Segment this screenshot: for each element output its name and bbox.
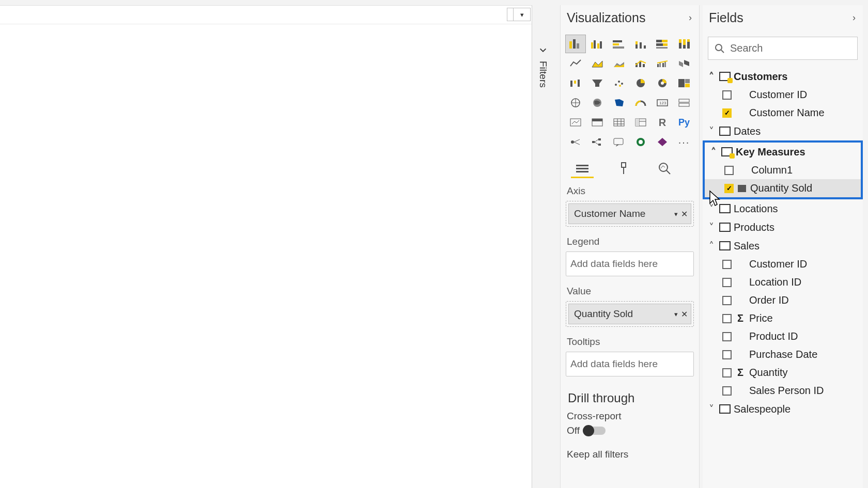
canvas-dropdown[interactable]: ▾ (513, 8, 531, 21)
field-sales-purchase-date[interactable]: Purchase Date (703, 345, 863, 364)
chevron-down-icon[interactable]: ▾ (674, 310, 678, 318)
checkbox-icon[interactable] (722, 260, 732, 269)
chevron-right-icon[interactable]: › (689, 12, 692, 23)
viz-card-icon[interactable]: 123 (652, 93, 673, 112)
viz-clustered-bar-icon[interactable] (587, 35, 608, 53)
filters-collapsed-pane[interactable]: Filters (534, 37, 552, 161)
field-sales-price[interactable]: ΣPrice (703, 309, 863, 327)
viz-stacked-column-icon[interactable] (609, 35, 629, 53)
checkbox-icon[interactable] (724, 166, 734, 175)
table-dates[interactable]: ˅ Dates (703, 122, 863, 140)
checkbox-icon[interactable] (722, 314, 732, 323)
checkbox-icon[interactable] (722, 296, 732, 305)
viz-more-icon[interactable]: ··· (674, 133, 694, 151)
field-sales-product-id[interactable]: Product ID (703, 327, 863, 345)
checkbox-icon[interactable] (722, 332, 732, 341)
svg-rect-41 (576, 171, 588, 172)
viz-line-icon[interactable] (565, 54, 586, 73)
fields-search[interactable]: Search (708, 37, 858, 60)
axis-chip[interactable]: Customer Name ▾ ✕ (568, 203, 691, 224)
field-sales-order-id[interactable]: Order ID (703, 291, 863, 309)
svg-point-13 (619, 85, 621, 87)
viz-matrix-icon[interactable] (630, 113, 651, 132)
remove-icon[interactable]: ✕ (681, 309, 688, 319)
field-customers-customer-id[interactable]: Customer ID (703, 86, 863, 104)
tooltips-well[interactable]: Add data fields here (566, 352, 694, 376)
viz-ribbon-icon[interactable] (674, 54, 694, 73)
viz-stacked-bar-icon[interactable] (565, 35, 586, 53)
field-sales-sales-person-id[interactable]: Sales Person ID (703, 382, 863, 400)
viz-powerapps-icon[interactable] (652, 133, 673, 151)
viz-clustered-column-icon[interactable] (630, 35, 651, 53)
cross-report-toggle[interactable]: Off (567, 425, 693, 436)
svg-rect-29 (614, 119, 624, 126)
viz-stacked-area-icon[interactable] (609, 54, 629, 73)
svg-rect-18 (685, 79, 690, 83)
fields-pane: Fields › Search ˄ Customers Customer ID … (703, 5, 863, 488)
checkbox-icon[interactable] (722, 386, 732, 396)
chevron-down-icon[interactable]: ▾ (674, 210, 678, 218)
table-sales[interactable]: ˄ Sales (703, 237, 863, 255)
table-customers[interactable]: ˄ Customers (703, 67, 863, 86)
checkbox-icon[interactable] (722, 278, 732, 287)
cross-report-row: Cross-report Off (561, 407, 699, 439)
checkbox-icon[interactable] (722, 90, 732, 100)
viz-treemap-icon[interactable] (674, 74, 694, 92)
viz-scatter-icon[interactable] (609, 74, 629, 92)
viz-kpi-icon[interactable] (565, 113, 586, 132)
value-chip-text: Quantity Sold (574, 308, 633, 320)
checkbox-icon[interactable] (722, 350, 732, 359)
viz-waterfall-icon[interactable] (565, 74, 586, 92)
axis-well[interactable]: Customer Name ▾ ✕ (566, 201, 694, 227)
viz-slicer-icon[interactable] (587, 113, 608, 132)
table-salespeople[interactable]: ˅ Salespeople (703, 400, 863, 418)
viz-line-clustered-column-icon[interactable] (652, 54, 673, 73)
field-sales-customer-id[interactable]: Customer ID (703, 255, 863, 273)
table-products[interactable]: ˅ Products (703, 218, 863, 237)
viz-donut-icon[interactable] (652, 74, 673, 92)
field-sales-quantity[interactable]: ΣQuantity (703, 364, 863, 382)
remove-icon[interactable]: ✕ (681, 209, 688, 219)
tab-format-icon[interactable] (612, 160, 635, 178)
chevron-right-icon[interactable]: › (853, 12, 856, 23)
viz-gauge-icon[interactable] (630, 93, 651, 112)
viz-python-icon[interactable]: Py (674, 113, 694, 132)
report-canvas[interactable]: ▾ (0, 5, 532, 488)
svg-rect-17 (678, 79, 685, 87)
viz-line-stacked-column-icon[interactable] (630, 54, 651, 73)
viz-100-stacked-column-icon[interactable] (674, 35, 694, 53)
checkbox-checked-icon[interactable]: ✓ (724, 184, 734, 193)
viz-map-icon[interactable] (565, 93, 586, 112)
field-label: Price (749, 312, 773, 324)
tab-analytics-icon[interactable] (654, 160, 676, 178)
checkbox-checked-icon[interactable]: ✓ (722, 108, 732, 118)
value-well[interactable]: Quantity Sold ▾ ✕ (566, 301, 694, 327)
viz-filled-map-icon[interactable] (587, 93, 608, 112)
viz-shape-map-icon[interactable] (609, 93, 629, 112)
viz-multi-row-card-icon[interactable] (674, 93, 694, 112)
field-km-quantity-sold[interactable]: ✓ Quantity Sold (705, 179, 861, 197)
viz-r-icon[interactable]: R (652, 113, 673, 132)
viz-pie-icon[interactable] (630, 74, 651, 92)
viz-key-influencers-icon[interactable] (565, 133, 586, 151)
svg-rect-28 (592, 119, 602, 121)
field-sales-location-id[interactable]: Location ID (703, 273, 863, 291)
viz-decomposition-tree-icon[interactable] (587, 133, 608, 151)
checkbox-icon[interactable] (722, 368, 732, 377)
viz-area-icon[interactable] (587, 54, 608, 73)
canvas-drag-handle[interactable] (507, 8, 513, 21)
field-customers-customer-name[interactable]: ✓ Customer Name (703, 104, 863, 122)
viz-arcgis-icon[interactable] (630, 133, 651, 151)
viz-table-icon[interactable] (609, 113, 629, 132)
viz-100-stacked-bar-icon[interactable] (652, 35, 673, 53)
table-locations[interactable]: ˅ Locations (703, 199, 863, 218)
table-key-measures[interactable]: ˄ Key Measures (705, 143, 861, 161)
value-chip[interactable]: Quantity Sold ▾ ✕ (568, 304, 691, 324)
viz-funnel-icon[interactable] (587, 74, 608, 92)
tooltips-well-label: Tooltips (561, 332, 699, 350)
viz-qa-icon[interactable] (609, 133, 629, 151)
field-km-column1[interactable]: Column1 (705, 161, 861, 179)
svg-rect-3 (657, 64, 659, 67)
tab-fields-icon[interactable] (571, 160, 594, 178)
legend-well[interactable]: Add data fields here (566, 251, 694, 276)
